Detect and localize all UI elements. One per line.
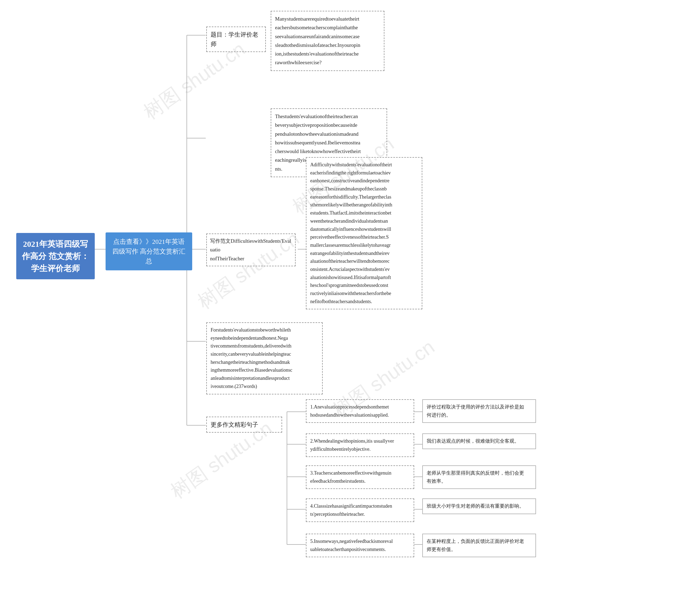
para2-text-content: Adifficultywithstudents'evaluationofthei…: [310, 162, 392, 304]
sentence-3-en: 3.Teacherscanbemoreeffectivewithgenuinef…: [306, 465, 414, 489]
sentence-1-en: 1.Anevaluationprocessdependsonthemethods…: [306, 399, 414, 423]
para2-label-node: 写作范文DifficultieswithStudents'Evaluationo…: [206, 233, 296, 266]
sentence-1-zh: 评价过程取决于使用的评价方法以及评价是如何进行的。: [422, 399, 536, 423]
s2-zh-text: 我们表达观点的时候，很难做到完全客观。: [427, 438, 519, 444]
para2-text-node: Adifficultywithstudents'evaluationofthei…: [306, 157, 422, 309]
topic-label-text: 题目：学生评价老师: [211, 31, 258, 47]
sentence-2-zh: 我们表达观点的时候，很难做到完全客观。: [422, 434, 536, 449]
main-node: 2021年英语四级写作高分 范文赏析：学生评价老师: [16, 233, 95, 279]
topic-label-node: 题目：学生评价老师: [206, 26, 266, 52]
s2-en-text: 2.Whendealingwithopinions,itis usuallyve…: [310, 438, 394, 452]
sentence-5-en: 5.Insomeways,negativefeedbackismorevalua…: [306, 534, 414, 557]
topic-text-content: Manystudentsarerequiredtoevaluatetheirte…: [275, 16, 360, 65]
sentence-2-en: 2.Whendealingwithopinions,itis usuallyve…: [306, 434, 414, 457]
para3-text-node: Forstudents'evaluationstobeworthwhilethe…: [206, 322, 323, 394]
link-node[interactable]: 点击查看》》2021年英语四级写作 高分范文赏析汇总: [105, 232, 192, 270]
s3-en-text: 3.Teacherscanbemoreeffectivewithgenuinef…: [310, 470, 392, 484]
s3-zh-text: 老师从学生那里得到真实的反馈时，他们会更有效率。: [427, 470, 524, 484]
sentence-3-zh: 老师从学生那里得到真实的反馈时，他们会更有效率。: [422, 465, 536, 489]
sentences-label-text: 更多作文精彩句子: [211, 421, 258, 428]
para2-label-text: 写作范文DifficultieswithStudents'Evaluationo…: [210, 238, 291, 262]
sentence-5-zh: 在某种程度上，负面的反馈比正面的评价对老师更有价值。: [422, 534, 536, 557]
link-node-label: 点击查看》》2021年英语四级写作 高分范文赏析汇总: [112, 238, 185, 265]
s5-zh-text: 在某种程度上，负面的反馈比正面的评价对老师更有价值。: [427, 539, 524, 552]
s1-zh-text: 评价过程取决于使用的评价方法以及评价是如何进行的。: [427, 404, 524, 418]
s1-en-text: 1.Anevaluationprocessdependsonthemethods…: [310, 404, 389, 418]
s4-zh-text: 班级大小对学生对老师的看法有重要的影响。: [427, 503, 524, 509]
s4-en-text: 4.Classsizehasasignificantimpactonstuden…: [310, 503, 392, 517]
para3-text-content: Forstudents'evaluationstobeworthwhilethe…: [211, 327, 292, 389]
sentence-4-zh: 班级大小对学生对老师的看法有重要的影响。: [422, 498, 536, 514]
topic-text-node: Manystudentsarerequiredtoevaluatetheirte…: [271, 11, 384, 71]
main-node-label: 2021年英语四级写作高分 范文赏析：学生评价老师: [22, 239, 89, 273]
sentence-4-en: 4.Classsizehasasignificantimpactonstuden…: [306, 498, 414, 522]
s5-en-text: 5.Insomeways,negativefeedbackismorevalua…: [310, 539, 393, 552]
sentences-label-node: 更多作文精彩句子: [206, 417, 282, 432]
